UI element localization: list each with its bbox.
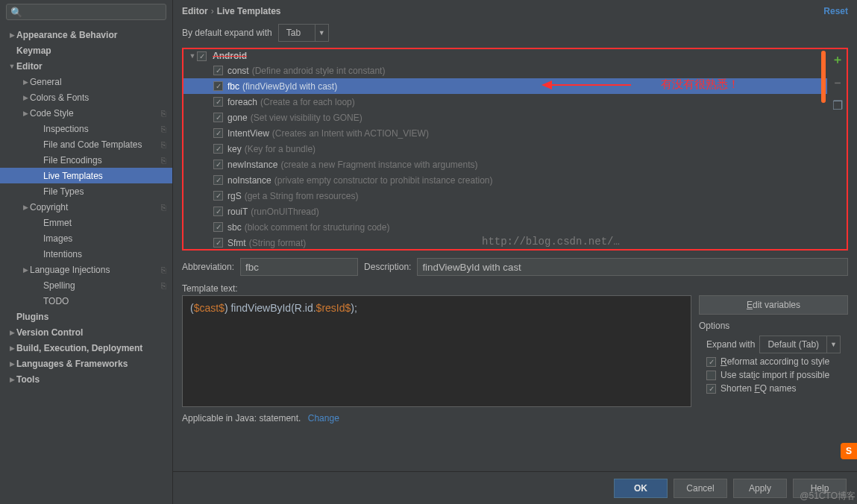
checkbox-icon[interactable] <box>213 128 223 138</box>
tree-arrow-icon <box>7 63 16 70</box>
checkbox-icon[interactable] <box>213 97 223 107</box>
tree-arrow-icon <box>21 204 30 211</box>
sidebar-item-language-injections[interactable]: Language Injections⎘ <box>0 262 172 277</box>
sidebar-item-label: Live Templates <box>43 171 103 181</box>
template-desc: (Set view visibility to GONE) <box>251 113 362 123</box>
sidebar-item-live-templates[interactable]: Live Templates <box>0 168 172 183</box>
sidebar-item-spelling[interactable]: Spelling⎘ <box>0 277 172 293</box>
template-text-label: Template text: <box>182 283 848 294</box>
static-import-option[interactable]: Use static import if possible <box>706 370 848 380</box>
expand-with-label: Expand with <box>706 339 755 350</box>
add-icon[interactable]: ＋ <box>832 52 844 68</box>
template-abbr: sbc <box>227 222 242 233</box>
cancel-button[interactable]: Cancel <box>674 479 727 498</box>
copy-icon: ⎘ <box>161 203 166 212</box>
template-desc: (Define android style int constant) <box>252 66 386 76</box>
sidebar-item-todo[interactable]: TODO <box>0 293 172 309</box>
checkbox-icon[interactable] <box>213 175 223 185</box>
ime-badge: S <box>841 443 857 459</box>
template-item-sbc[interactable]: sbc (block comment for structuring code) <box>183 219 827 235</box>
checkbox-icon[interactable] <box>213 113 223 122</box>
sidebar-item-label: Version Control <box>16 327 83 338</box>
sidebar-item-inspections[interactable]: Inspections⎘ <box>0 121 172 136</box>
sidebar-item-plugins[interactable]: Plugins <box>0 309 172 324</box>
remove-icon[interactable]: － <box>832 75 844 91</box>
sidebar-item-copyright[interactable]: Copyright⎘ <box>0 199 172 215</box>
sidebar-item-code-style[interactable]: Code Style⎘ <box>0 105 172 121</box>
template-item-intentview[interactable]: IntentView (Creates an Intent with ACTIO… <box>183 125 827 141</box>
edit-variables-button[interactable]: Edit variables <box>699 295 848 315</box>
sidebar-item-keymap[interactable]: Keymap <box>0 42 172 58</box>
template-abbr: noInstance <box>227 175 271 186</box>
sidebar-item-intentions[interactable]: Intentions <box>0 246 172 262</box>
template-item-gone[interactable]: gone (Set view visibility to GONE) <box>183 110 827 125</box>
sidebar-item-appearance-behavior[interactable]: Appearance & Behavior <box>0 27 172 42</box>
checkbox-icon[interactable] <box>213 81 223 91</box>
shorten-fq-option[interactable]: Shorten FQ names <box>706 383 848 394</box>
template-abbr: foreach <box>227 97 257 107</box>
scrollbar[interactable] <box>821 51 826 103</box>
sidebar-item-editor[interactable]: Editor <box>0 58 172 74</box>
copy-icon[interactable]: ❐ <box>832 98 843 113</box>
checkbox-icon[interactable] <box>213 191 223 201</box>
checkbox-icon[interactable] <box>213 222 223 232</box>
template-group[interactable]: Android <box>183 49 827 63</box>
default-expand-combo[interactable]: Tab ▼ <box>278 24 329 42</box>
search-icon: 🔍 <box>10 7 22 18</box>
sidebar-item-file-types[interactable]: File Types <box>0 183 172 199</box>
template-text-editor[interactable]: ($cast$) findViewById(R.id.$resId$); <box>182 295 691 407</box>
sidebar-item-images[interactable]: Images <box>0 230 172 246</box>
template-item-newinstance[interactable]: newInstance (create a new Fragment insta… <box>183 157 827 172</box>
template-item-foreach[interactable]: foreach (Create a for each loop) <box>183 94 827 110</box>
settings-tree[interactable]: Appearance & BehaviorKeymapEditorGeneral… <box>0 24 172 504</box>
checkbox-icon[interactable] <box>213 238 223 248</box>
sidebar-item-label: Languages & Frameworks <box>16 359 128 369</box>
sidebar-item-general[interactable]: General <box>0 74 172 89</box>
abbreviation-input[interactable] <box>240 258 358 276</box>
checkbox-icon[interactable] <box>213 144 223 154</box>
search-input[interactable] <box>6 4 166 20</box>
reset-link[interactable]: Reset <box>823 6 848 16</box>
template-desc: (Key for a bundle) <box>245 144 316 154</box>
sidebar-item-version-control[interactable]: Version Control <box>0 324 172 340</box>
template-item-noinstance[interactable]: noInstance (private empty constructor to… <box>183 172 827 188</box>
sidebar-item-file-and-code-templates[interactable]: File and Code Templates⎘ <box>0 136 172 152</box>
abbreviation-label: Abbreviation: <box>182 262 234 272</box>
template-abbr: gone <box>227 113 248 123</box>
sidebar-item-file-encodings[interactable]: File Encodings⎘ <box>0 152 172 168</box>
tree-arrow-icon <box>21 94 30 101</box>
reformat-option[interactable]: Reformat according to style <box>706 356 848 367</box>
template-item-sfmt[interactable]: Sfmt (String format) <box>183 235 827 249</box>
template-item-fbc[interactable]: fbc (findViewById with cast) <box>183 78 827 94</box>
checkbox-icon[interactable] <box>213 207 223 216</box>
template-item-key[interactable]: key (Key for a bundle) <box>183 141 827 157</box>
dialog-footer: OK Cancel Apply Help <box>173 471 857 504</box>
template-item-rgs[interactable]: rgS (get a String from resources) <box>183 188 827 204</box>
sidebar-item-label: Language Injections <box>30 265 110 275</box>
checkbox-icon[interactable] <box>706 357 716 367</box>
apply-button[interactable]: Apply <box>733 479 787 498</box>
checkbox-icon[interactable] <box>706 384 716 394</box>
ok-button[interactable]: OK <box>614 479 668 498</box>
copy-icon: ⎘ <box>161 109 166 118</box>
sidebar-item-languages-frameworks[interactable]: Languages & Frameworks <box>0 356 172 371</box>
checkbox-icon[interactable] <box>213 160 223 169</box>
template-list[interactable]: Android const (Define android style int … <box>183 49 827 249</box>
sidebar-item-emmet[interactable]: Emmet <box>0 215 172 230</box>
sidebar-item-build-execution-deployment[interactable]: Build, Execution, Deployment <box>0 340 172 356</box>
template-item-const[interactable]: const (Define android style int constant… <box>183 63 827 78</box>
template-desc: (Create a for each loop) <box>260 97 355 107</box>
settings-sidebar: 🔍 Appearance & BehaviorKeymapEditorGener… <box>0 0 173 504</box>
expand-with-combo[interactable]: Default (Tab) ▼ <box>759 336 841 353</box>
tree-arrow-icon <box>7 329 16 336</box>
description-input[interactable] <box>417 258 848 276</box>
checkbox-icon[interactable] <box>197 51 207 61</box>
sidebar-item-tools[interactable]: Tools <box>0 371 172 387</box>
tree-arrow-icon <box>21 78 30 86</box>
template-item-rouit[interactable]: rouiT (runOnUIThread) <box>183 204 827 219</box>
checkbox-icon[interactable] <box>706 371 716 380</box>
change-context-link[interactable]: Change <box>308 413 339 423</box>
sidebar-item-colors-fonts[interactable]: Colors & Fonts <box>0 89 172 105</box>
copy-icon: ⎘ <box>161 156 166 165</box>
checkbox-icon[interactable] <box>213 66 223 75</box>
